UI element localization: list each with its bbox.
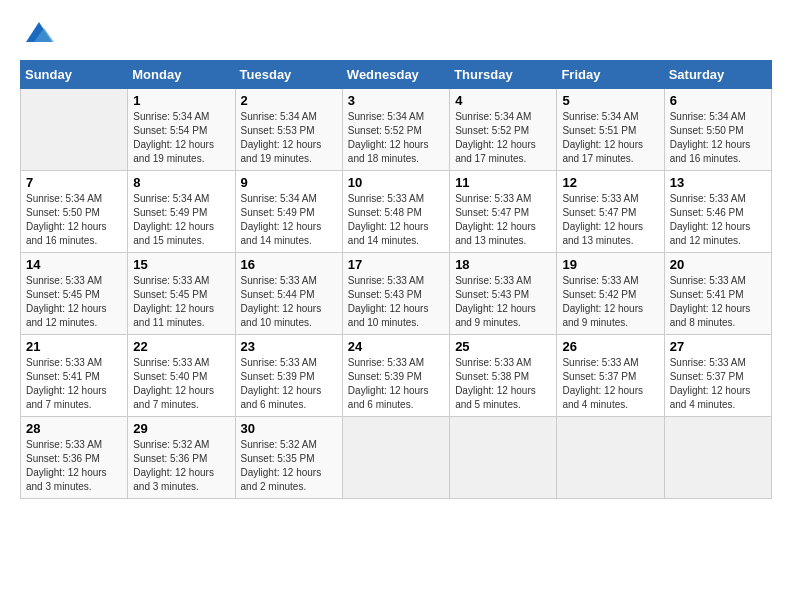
weekday-header-sunday: Sunday bbox=[21, 61, 128, 89]
day-number: 9 bbox=[241, 175, 337, 190]
calendar-cell bbox=[664, 417, 771, 499]
day-number: 16 bbox=[241, 257, 337, 272]
day-number: 7 bbox=[26, 175, 122, 190]
day-number: 10 bbox=[348, 175, 444, 190]
calendar-cell: 17Sunrise: 5:33 AMSunset: 5:43 PMDayligh… bbox=[342, 253, 449, 335]
day-number: 12 bbox=[562, 175, 658, 190]
day-number: 30 bbox=[241, 421, 337, 436]
calendar-cell bbox=[342, 417, 449, 499]
day-info: Sunrise: 5:32 AMSunset: 5:35 PMDaylight:… bbox=[241, 438, 337, 494]
week-row-3: 14Sunrise: 5:33 AMSunset: 5:45 PMDayligh… bbox=[21, 253, 772, 335]
day-info: Sunrise: 5:33 AMSunset: 5:47 PMDaylight:… bbox=[562, 192, 658, 248]
calendar-cell: 5Sunrise: 5:34 AMSunset: 5:51 PMDaylight… bbox=[557, 89, 664, 171]
calendar-table: SundayMondayTuesdayWednesdayThursdayFrid… bbox=[20, 60, 772, 499]
day-info: Sunrise: 5:33 AMSunset: 5:48 PMDaylight:… bbox=[348, 192, 444, 248]
day-info: Sunrise: 5:34 AMSunset: 5:52 PMDaylight:… bbox=[455, 110, 551, 166]
weekday-header-wednesday: Wednesday bbox=[342, 61, 449, 89]
calendar-cell: 4Sunrise: 5:34 AMSunset: 5:52 PMDaylight… bbox=[450, 89, 557, 171]
calendar-cell: 15Sunrise: 5:33 AMSunset: 5:45 PMDayligh… bbox=[128, 253, 235, 335]
week-row-4: 21Sunrise: 5:33 AMSunset: 5:41 PMDayligh… bbox=[21, 335, 772, 417]
calendar-cell: 1Sunrise: 5:34 AMSunset: 5:54 PMDaylight… bbox=[128, 89, 235, 171]
day-number: 17 bbox=[348, 257, 444, 272]
calendar-cell: 25Sunrise: 5:33 AMSunset: 5:38 PMDayligh… bbox=[450, 335, 557, 417]
calendar-cell: 11Sunrise: 5:33 AMSunset: 5:47 PMDayligh… bbox=[450, 171, 557, 253]
calendar-body: 1Sunrise: 5:34 AMSunset: 5:54 PMDaylight… bbox=[21, 89, 772, 499]
day-info: Sunrise: 5:33 AMSunset: 5:41 PMDaylight:… bbox=[26, 356, 122, 412]
day-info: Sunrise: 5:34 AMSunset: 5:52 PMDaylight:… bbox=[348, 110, 444, 166]
day-number: 28 bbox=[26, 421, 122, 436]
day-info: Sunrise: 5:34 AMSunset: 5:49 PMDaylight:… bbox=[241, 192, 337, 248]
day-number: 20 bbox=[670, 257, 766, 272]
day-number: 14 bbox=[26, 257, 122, 272]
day-info: Sunrise: 5:33 AMSunset: 5:45 PMDaylight:… bbox=[26, 274, 122, 330]
calendar-cell: 13Sunrise: 5:33 AMSunset: 5:46 PMDayligh… bbox=[664, 171, 771, 253]
day-info: Sunrise: 5:33 AMSunset: 5:39 PMDaylight:… bbox=[348, 356, 444, 412]
day-number: 26 bbox=[562, 339, 658, 354]
calendar-cell: 6Sunrise: 5:34 AMSunset: 5:50 PMDaylight… bbox=[664, 89, 771, 171]
day-info: Sunrise: 5:34 AMSunset: 5:49 PMDaylight:… bbox=[133, 192, 229, 248]
calendar-cell: 2Sunrise: 5:34 AMSunset: 5:53 PMDaylight… bbox=[235, 89, 342, 171]
day-number: 23 bbox=[241, 339, 337, 354]
calendar-cell: 8Sunrise: 5:34 AMSunset: 5:49 PMDaylight… bbox=[128, 171, 235, 253]
day-info: Sunrise: 5:33 AMSunset: 5:44 PMDaylight:… bbox=[241, 274, 337, 330]
day-number: 2 bbox=[241, 93, 337, 108]
calendar-cell: 3Sunrise: 5:34 AMSunset: 5:52 PMDaylight… bbox=[342, 89, 449, 171]
day-info: Sunrise: 5:33 AMSunset: 5:45 PMDaylight:… bbox=[133, 274, 229, 330]
week-row-5: 28Sunrise: 5:33 AMSunset: 5:36 PMDayligh… bbox=[21, 417, 772, 499]
day-info: Sunrise: 5:33 AMSunset: 5:41 PMDaylight:… bbox=[670, 274, 766, 330]
week-row-1: 1Sunrise: 5:34 AMSunset: 5:54 PMDaylight… bbox=[21, 89, 772, 171]
day-info: Sunrise: 5:33 AMSunset: 5:37 PMDaylight:… bbox=[670, 356, 766, 412]
calendar-cell: 27Sunrise: 5:33 AMSunset: 5:37 PMDayligh… bbox=[664, 335, 771, 417]
calendar-cell bbox=[450, 417, 557, 499]
calendar-cell: 30Sunrise: 5:32 AMSunset: 5:35 PMDayligh… bbox=[235, 417, 342, 499]
calendar-header-row: SundayMondayTuesdayWednesdayThursdayFrid… bbox=[21, 61, 772, 89]
day-info: Sunrise: 5:34 AMSunset: 5:53 PMDaylight:… bbox=[241, 110, 337, 166]
calendar-cell: 23Sunrise: 5:33 AMSunset: 5:39 PMDayligh… bbox=[235, 335, 342, 417]
page-header bbox=[20, 20, 772, 50]
day-number: 1 bbox=[133, 93, 229, 108]
logo-icon bbox=[24, 20, 54, 50]
calendar-cell bbox=[557, 417, 664, 499]
calendar-cell bbox=[21, 89, 128, 171]
day-number: 22 bbox=[133, 339, 229, 354]
day-info: Sunrise: 5:33 AMSunset: 5:38 PMDaylight:… bbox=[455, 356, 551, 412]
calendar-cell: 7Sunrise: 5:34 AMSunset: 5:50 PMDaylight… bbox=[21, 171, 128, 253]
day-info: Sunrise: 5:33 AMSunset: 5:46 PMDaylight:… bbox=[670, 192, 766, 248]
day-number: 15 bbox=[133, 257, 229, 272]
calendar-cell: 26Sunrise: 5:33 AMSunset: 5:37 PMDayligh… bbox=[557, 335, 664, 417]
day-number: 24 bbox=[348, 339, 444, 354]
calendar-cell: 24Sunrise: 5:33 AMSunset: 5:39 PMDayligh… bbox=[342, 335, 449, 417]
day-info: Sunrise: 5:34 AMSunset: 5:50 PMDaylight:… bbox=[26, 192, 122, 248]
calendar-cell: 28Sunrise: 5:33 AMSunset: 5:36 PMDayligh… bbox=[21, 417, 128, 499]
day-info: Sunrise: 5:32 AMSunset: 5:36 PMDaylight:… bbox=[133, 438, 229, 494]
day-info: Sunrise: 5:34 AMSunset: 5:54 PMDaylight:… bbox=[133, 110, 229, 166]
calendar-cell: 14Sunrise: 5:33 AMSunset: 5:45 PMDayligh… bbox=[21, 253, 128, 335]
day-number: 13 bbox=[670, 175, 766, 190]
calendar-cell: 21Sunrise: 5:33 AMSunset: 5:41 PMDayligh… bbox=[21, 335, 128, 417]
day-number: 3 bbox=[348, 93, 444, 108]
day-info: Sunrise: 5:34 AMSunset: 5:50 PMDaylight:… bbox=[670, 110, 766, 166]
week-row-2: 7Sunrise: 5:34 AMSunset: 5:50 PMDaylight… bbox=[21, 171, 772, 253]
weekday-header-monday: Monday bbox=[128, 61, 235, 89]
day-number: 11 bbox=[455, 175, 551, 190]
logo bbox=[20, 20, 54, 50]
weekday-header-saturday: Saturday bbox=[664, 61, 771, 89]
day-info: Sunrise: 5:33 AMSunset: 5:37 PMDaylight:… bbox=[562, 356, 658, 412]
day-info: Sunrise: 5:33 AMSunset: 5:39 PMDaylight:… bbox=[241, 356, 337, 412]
day-number: 21 bbox=[26, 339, 122, 354]
day-number: 8 bbox=[133, 175, 229, 190]
day-number: 6 bbox=[670, 93, 766, 108]
day-info: Sunrise: 5:33 AMSunset: 5:43 PMDaylight:… bbox=[348, 274, 444, 330]
day-info: Sunrise: 5:33 AMSunset: 5:43 PMDaylight:… bbox=[455, 274, 551, 330]
weekday-header-tuesday: Tuesday bbox=[235, 61, 342, 89]
calendar-cell: 10Sunrise: 5:33 AMSunset: 5:48 PMDayligh… bbox=[342, 171, 449, 253]
day-info: Sunrise: 5:33 AMSunset: 5:47 PMDaylight:… bbox=[455, 192, 551, 248]
calendar-cell: 20Sunrise: 5:33 AMSunset: 5:41 PMDayligh… bbox=[664, 253, 771, 335]
day-number: 29 bbox=[133, 421, 229, 436]
day-info: Sunrise: 5:33 AMSunset: 5:36 PMDaylight:… bbox=[26, 438, 122, 494]
calendar-cell: 19Sunrise: 5:33 AMSunset: 5:42 PMDayligh… bbox=[557, 253, 664, 335]
day-number: 19 bbox=[562, 257, 658, 272]
calendar-cell: 9Sunrise: 5:34 AMSunset: 5:49 PMDaylight… bbox=[235, 171, 342, 253]
day-info: Sunrise: 5:33 AMSunset: 5:40 PMDaylight:… bbox=[133, 356, 229, 412]
day-number: 5 bbox=[562, 93, 658, 108]
